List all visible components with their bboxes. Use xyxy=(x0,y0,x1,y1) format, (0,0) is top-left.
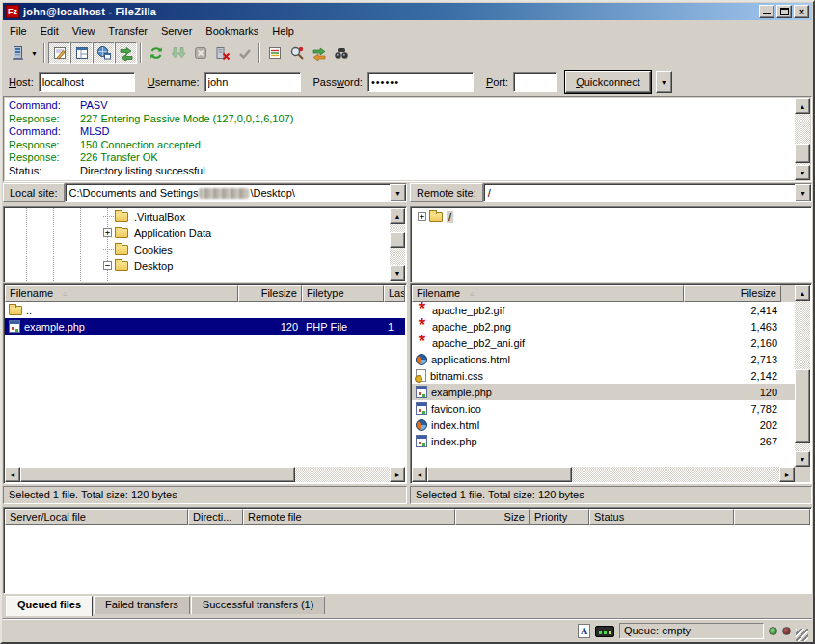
menu-item-server[interactable]: Server xyxy=(154,23,199,39)
column-header-filesize[interactable]: Filesize xyxy=(238,285,302,302)
resize-grip[interactable] xyxy=(796,629,808,641)
tree-item-application-data[interactable]: +Application Data xyxy=(5,225,390,241)
log-line-label: Response: xyxy=(5,113,80,126)
file-row-bitnami-css[interactable]: bitnami.css2,142 xyxy=(412,367,795,384)
file-row-example-php[interactable]: example.php120 xyxy=(412,384,795,400)
synchronized-browsing-button[interactable] xyxy=(308,42,330,64)
local-scroll-left-button[interactable]: ◄ xyxy=(5,467,20,482)
column-header-filesize[interactable]: Filesize xyxy=(684,285,781,302)
tab-successful-transfers-1-[interactable]: Successful transfers (1) xyxy=(191,596,326,614)
host-input[interactable] xyxy=(39,72,135,92)
queue-column-directi-[interactable]: Directi... xyxy=(188,509,243,525)
column-header-last-modified[interactable]: Last modified xyxy=(384,285,405,302)
toggle-transfer-queue-button[interactable] xyxy=(115,42,137,64)
site-manager-button[interactable] xyxy=(6,42,28,64)
queue-column-remote-file[interactable]: Remote file xyxy=(243,509,455,525)
tree-expander-plus-icon[interactable]: + xyxy=(418,212,426,221)
remote-scroll-up-button[interactable]: ▲ xyxy=(795,285,810,301)
remote-site-bar: Remote site: / ▼ xyxy=(410,183,812,204)
file-row-example-php[interactable]: example.php120PHP File1 xyxy=(5,318,405,335)
tree-item-desktop[interactable]: −Desktop xyxy=(5,257,390,274)
directory-comparison-button[interactable] xyxy=(285,42,308,64)
title-bar[interactable]: Fz john@localhost - FileZilla × xyxy=(3,3,812,20)
file-row-apache-pb2-ani-gif[interactable]: *apache_pb2_ani.gif2,160 xyxy=(412,335,795,351)
tree-item-cookies[interactable]: Cookies xyxy=(5,241,390,257)
queue-column-status[interactable]: Status xyxy=(589,509,734,525)
file-cell-size: 2,713 xyxy=(684,351,781,367)
file-cell-text: example.php xyxy=(431,387,492,398)
remote-vscrollbar-thumb[interactable] xyxy=(795,369,810,443)
local-tree-scroll-down-button[interactable]: ▼ xyxy=(390,265,405,281)
remote-scroll-right-button[interactable]: ► xyxy=(779,467,795,482)
remote-path-dropdown-button[interactable]: ▼ xyxy=(795,184,811,201)
tab-queued-files[interactable]: Queued files xyxy=(6,596,93,616)
speed-limit-icon[interactable] xyxy=(595,626,614,637)
column-header-filename[interactable]: Filename▵ xyxy=(412,285,684,302)
queue-column-server-local-file[interactable]: Server/Local file xyxy=(5,509,188,525)
log-line-text: 226 Transfer OK xyxy=(80,151,158,165)
port-input[interactable] xyxy=(513,72,557,92)
file-cell-text: example.php xyxy=(24,321,85,333)
remote-path-combo[interactable]: / ▼ xyxy=(483,183,812,202)
tree-item--[interactable]: +/ xyxy=(412,208,810,225)
refresh-button[interactable] xyxy=(145,42,167,64)
ascii-transfer-type-icon[interactable]: A xyxy=(578,624,590,638)
menu-item-help[interactable]: Help xyxy=(265,23,301,39)
tab-failed-transfers[interactable]: Failed transfers xyxy=(94,596,190,614)
file-row-apache-pb2-png[interactable]: *apache_pb2.png1,463 xyxy=(412,318,795,335)
toggle-message-log-button[interactable] xyxy=(48,42,70,64)
process-queue-button[interactable] xyxy=(167,42,189,64)
log-scrollbar-thumb[interactable] xyxy=(795,144,810,163)
tree-item--virtualbox[interactable]: .VirtualBox xyxy=(5,208,390,225)
toggle-remote-tree-button[interactable] xyxy=(93,42,115,64)
queue-column-size[interactable]: Size xyxy=(455,509,530,525)
tree-expander-minus-icon[interactable]: − xyxy=(103,261,112,270)
queue-header: Server/Local fileDirecti...Remote fileSi… xyxy=(5,509,810,525)
local-tree-scroll-up-button[interactable]: ▲ xyxy=(390,208,405,224)
log-scroll-down-button[interactable]: ▼ xyxy=(795,165,810,180)
app-icon[interactable]: Fz xyxy=(6,5,19,18)
file-row-applications-html[interactable]: applications.html2,713 xyxy=(412,351,795,367)
file-cell-size: 120 xyxy=(684,384,781,400)
username-input[interactable] xyxy=(204,72,301,92)
remote-hscrollbar-thumb[interactable] xyxy=(427,467,572,482)
file-row-index-php[interactable]: index.php267 xyxy=(412,433,795,449)
quickconnect-button[interactable]: Quickconnect xyxy=(565,71,651,93)
local-hscrollbar-thumb[interactable] xyxy=(20,467,295,482)
menu-item-file[interactable]: File xyxy=(3,23,34,39)
menu-item-view[interactable]: View xyxy=(66,23,102,39)
toolbar-separator xyxy=(258,43,260,63)
tree-expander-plus-icon[interactable]: + xyxy=(103,228,112,237)
queue-column-priority[interactable]: Priority xyxy=(530,509,589,525)
local-scroll-right-button[interactable]: ► xyxy=(390,467,405,482)
queue-column-spacer[interactable] xyxy=(734,509,810,525)
site-manager-dropdown-button[interactable]: ▼ xyxy=(28,42,41,64)
local-tree-scrollbar-thumb[interactable] xyxy=(390,232,405,248)
remote-scroll-down-button[interactable]: ▼ xyxy=(795,451,810,467)
file-row--[interactable]: .. xyxy=(5,302,405,318)
minimize-button[interactable] xyxy=(759,5,774,18)
maximize-button[interactable] xyxy=(776,5,792,18)
toggle-local-tree-button[interactable] xyxy=(70,42,93,64)
remote-scroll-left-button[interactable]: ◄ xyxy=(412,467,427,482)
log-scroll-up-button[interactable]: ▲ xyxy=(795,98,810,114)
find-files-button[interactable] xyxy=(330,42,352,64)
local-path-combo[interactable]: C:\Documents and Settings\Desktop\ ▼ xyxy=(65,183,407,202)
close-button[interactable]: × xyxy=(794,5,809,18)
local-path-dropdown-button[interactable]: ▼ xyxy=(390,184,406,201)
menu-item-edit[interactable]: Edit xyxy=(34,23,66,39)
column-header-filetype[interactable]: Filetype xyxy=(302,285,384,302)
menu-item-bookmarks[interactable]: Bookmarks xyxy=(199,23,265,39)
menu-item-transfer[interactable]: Transfer xyxy=(101,23,154,39)
ico-file-icon xyxy=(416,402,427,415)
file-cell-size: 120 xyxy=(238,318,302,335)
file-row-index-html[interactable]: index.html202 xyxy=(412,416,795,433)
password-input[interactable] xyxy=(367,72,474,92)
quickconnect-dropdown-button[interactable]: ▼ xyxy=(656,71,672,93)
file-row-apache-pb2-gif[interactable]: *apache_pb2.gif2,414 xyxy=(412,302,795,318)
disconnect-button[interactable] xyxy=(211,42,233,64)
queue-column-label: Server/Local file xyxy=(10,510,86,524)
column-header-filename[interactable]: Filename▵ xyxy=(5,285,238,302)
directory-filter-button[interactable] xyxy=(263,42,285,64)
file-row-favicon-ico[interactable]: favicon.ico7,782 xyxy=(412,400,795,416)
